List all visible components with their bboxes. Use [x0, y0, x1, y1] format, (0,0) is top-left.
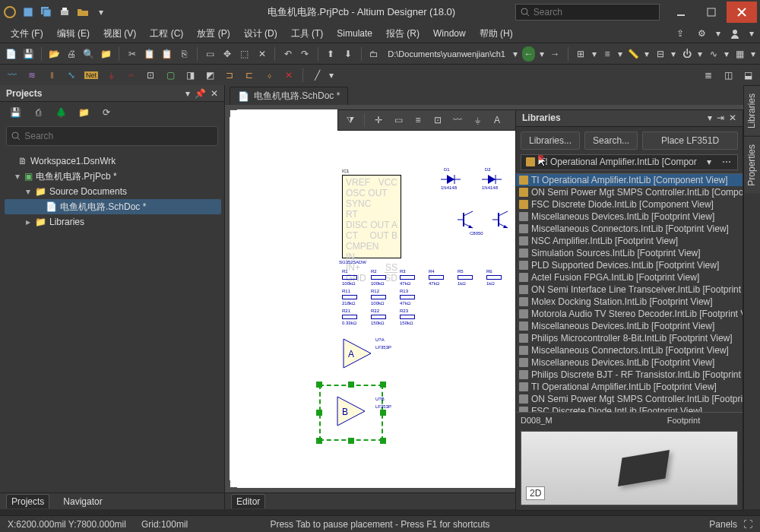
copy-icon[interactable]: 📋: [143, 46, 156, 62]
chevron-down-icon[interactable]: ▾: [707, 157, 711, 167]
share-icon[interactable]: ⇪: [673, 27, 687, 40]
library-list-item[interactable]: NSC Amplifier.IntLib [Footprint View]: [516, 235, 743, 247]
save-icon[interactable]: 💾: [8, 105, 23, 120]
wire-icon[interactable]: 〰: [5, 68, 20, 83]
library-list-item[interactable]: Molex Docking Station.IntLib [Footprint …: [516, 296, 743, 308]
menu-edit[interactable]: 编辑 (E): [52, 26, 94, 42]
library-list-item[interactable]: Miscellaneous Devices.IntLib [Footprint …: [516, 356, 743, 369]
tree-libraries[interactable]: ▸📁Libraries: [5, 214, 221, 230]
library-list-item[interactable]: TI Operational Amplifier.IntLib [Compone…: [516, 174, 743, 186]
library-list-item[interactable]: Simulation Sources.IntLib [Footprint Vie…: [516, 247, 743, 259]
pin-icon[interactable]: 📌: [195, 88, 206, 99]
open-project-icon[interactable]: 📁: [100, 46, 112, 62]
tree-source-documents[interactable]: ▾📁Source Documents: [5, 184, 221, 199]
opamp-a[interactable]: A: [334, 334, 380, 372]
library-list-item[interactable]: Miscellaneous Connectors.IntLib [Footpri…: [516, 344, 743, 356]
tab-projects[interactable]: Projects: [6, 494, 49, 508]
vcc-icon[interactable]: ⎓: [123, 68, 138, 83]
deselect-icon[interactable]: ⬚: [238, 46, 251, 62]
library-list-item[interactable]: Philips Microcontroller 8-Bit.IntLib [Fo…: [516, 332, 743, 344]
port-icon[interactable]: ⬨: [261, 68, 277, 83]
panel-close-icon[interactable]: ✕: [729, 112, 736, 123]
user-dropdown-icon[interactable]: ▾: [749, 28, 754, 39]
wire-icon[interactable]: 〰: [450, 112, 465, 128]
user-icon[interactable]: [728, 27, 742, 40]
dropdown-icon[interactable]: ▾: [94, 5, 108, 19]
save-icon[interactable]: [21, 5, 35, 19]
resistor[interactable]: [342, 275, 357, 280]
ic-body[interactable]: VREFVCC OSC OUT SYNC RT DISCOUT A CTOUT …: [342, 175, 401, 258]
tree-schdoc[interactable]: 📄电鱼机电路.SchDoc *: [5, 199, 221, 214]
doc-tab[interactable]: 📄电鱼机电路.SchDoc *: [230, 87, 348, 105]
library-list-item[interactable]: TI Operational Amplifier.IntLib [Footpri…: [516, 381, 743, 393]
search-button[interactable]: Search...: [584, 131, 638, 150]
harness-connector-icon[interactable]: ⊐: [222, 68, 237, 83]
nav-fwd-icon[interactable]: →: [549, 46, 562, 62]
resistor[interactable]: [371, 315, 386, 319]
preview-icon[interactable]: 🔍: [82, 46, 95, 62]
projects-search[interactable]: [6, 126, 218, 146]
move-icon[interactable]: ✥: [221, 46, 234, 62]
measure-icon[interactable]: 📏: [627, 46, 640, 62]
library-list-item[interactable]: ON Semi Power Mgt SMPS Controller.IntLib…: [516, 186, 743, 198]
maximize-button[interactable]: [696, 2, 727, 23]
refresh-icon[interactable]: ⟳: [99, 105, 114, 120]
vtab-properties[interactable]: Properties: [744, 136, 760, 194]
menu-tools[interactable]: 工具 (T): [287, 26, 328, 42]
sheet-entry-icon[interactable]: ◨: [182, 68, 198, 83]
tree-project[interactable]: ▾▣电鱼机电路.PrjPcb *: [5, 169, 221, 184]
resistor[interactable]: [400, 315, 415, 319]
clear-icon[interactable]: ✕: [255, 46, 268, 62]
sheet-symbol-icon[interactable]: ▢: [163, 68, 178, 83]
crosshair-icon[interactable]: ✛: [371, 112, 386, 128]
libraries-button[interactable]: Libraries...: [521, 131, 580, 150]
menu-design[interactable]: 设计 (D): [239, 26, 282, 42]
noerc-icon[interactable]: ✕: [281, 68, 296, 83]
library-list-item[interactable]: Miscellaneous Connectors.IntLib [Footpri…: [516, 223, 743, 235]
signal-harness-icon[interactable]: ⦀: [44, 68, 59, 83]
tab-editor[interactable]: Editor: [231, 494, 265, 508]
place-button[interactable]: Place LF351D: [642, 131, 738, 150]
panel-close-icon[interactable]: ✕: [211, 88, 218, 99]
tree-workspace[interactable]: 🗎Workspace1.DsnWrk: [5, 154, 221, 169]
device-sheet-icon[interactable]: ◩: [202, 68, 217, 83]
library-list-item[interactable]: Miscellaneous Devices.IntLib [Footprint …: [516, 320, 743, 332]
menu-project[interactable]: 工程 (C): [145, 26, 188, 42]
line-icon[interactable]: ╱: [309, 68, 325, 83]
tab-navigator[interactable]: Navigator: [59, 495, 106, 508]
library-selector[interactable]: TI Operational Amplifier.IntLib [Compor …: [521, 154, 738, 171]
ic-util-icon[interactable]: ⊞: [575, 46, 587, 62]
library-list-item[interactable]: FSC Discrete Diode.IntLib [Component Vie…: [516, 198, 743, 211]
diode-d2[interactable]: [482, 172, 502, 187]
resistor[interactable]: [486, 275, 502, 280]
opamp-b[interactable]: B: [328, 392, 374, 430]
compile-icon[interactable]: ⎙: [30, 105, 46, 120]
global-search[interactable]: [515, 4, 660, 21]
gear-icon[interactable]: ⚙: [695, 27, 708, 40]
menu-file[interactable]: 文件 (F): [6, 26, 48, 42]
library-list-item[interactable]: Philips Discrete BJT - RF Transistor.Int…: [516, 369, 743, 381]
resistor[interactable]: [400, 295, 415, 299]
bus-icon[interactable]: ≡: [410, 112, 426, 128]
text-icon[interactable]: A: [489, 112, 505, 128]
gnd-icon[interactable]: ⏚: [103, 68, 119, 83]
resistor[interactable]: [371, 275, 386, 280]
library-list-item[interactable]: PLD Supported Devices.IntLib [Footprint …: [516, 259, 743, 271]
path-dropdown-icon[interactable]: ▾: [513, 49, 518, 59]
library-list-item[interactable]: Motorola Audio TV Stereo Decoder.IntLib …: [516, 308, 743, 320]
projects-search-input[interactable]: [24, 131, 213, 141]
panel-dropdown-icon[interactable]: ▾: [708, 112, 712, 123]
folder-icon[interactable]: 📁: [76, 105, 91, 120]
browse-icon[interactable]: 🗀: [367, 46, 380, 62]
view-2d-button[interactable]: 2D: [526, 486, 545, 500]
harness-entry-icon[interactable]: ⊏: [242, 68, 257, 83]
gnd-icon[interactable]: ⏚: [470, 112, 485, 128]
list-view-icon[interactable]: ≣: [701, 68, 716, 83]
select-rect-icon[interactable]: ▭: [391, 112, 406, 128]
save-all-icon[interactable]: [40, 5, 53, 19]
tree-icon[interactable]: 🌲: [53, 105, 68, 120]
vtab-libraries[interactable]: Libraries: [744, 85, 760, 136]
minimize-button[interactable]: [666, 2, 696, 23]
menu-simulate[interactable]: Simulate: [332, 27, 377, 40]
sim-icon[interactable]: ∿: [707, 46, 720, 62]
